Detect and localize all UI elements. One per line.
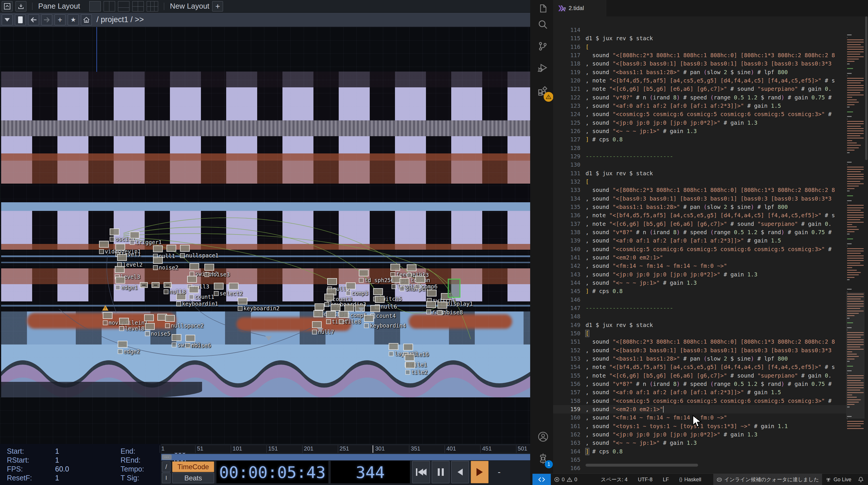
network-node-noise5[interactable]: noise5 xyxy=(145,323,170,337)
node-box[interactable] xyxy=(189,263,199,270)
network-node-edge2[interactable]: edge2 xyxy=(118,341,140,354)
code-line-158[interactable]: 158, sound "<cosmicg:5 cosmicg:6 cosmicg… xyxy=(553,397,846,405)
network-node[interactable] xyxy=(229,283,239,290)
code-line-121[interactable]: 121, note "<[c6,g6] [b5,g6] [e6,a6] [g6,… xyxy=(553,85,846,93)
network-node-tile8[interactable]: tile8 xyxy=(339,311,361,325)
code-line-123[interactable]: 123, sound "<af:0 af:1 af:2 [af:0 [af:1 … xyxy=(553,102,846,110)
node-box[interactable] xyxy=(407,264,416,271)
code-line-150[interactable]: 150[ xyxy=(553,329,846,338)
node-box[interactable] xyxy=(344,305,354,311)
network-node-noise6[interactable]: noise6 xyxy=(185,335,211,348)
horizontal-scrollbar[interactable] xyxy=(586,464,698,466)
node-box[interactable] xyxy=(117,254,127,261)
node-box[interactable] xyxy=(103,312,113,319)
code-line-127[interactable]: 127] # cps 0.8 xyxy=(553,135,846,144)
node-box[interactable] xyxy=(331,304,340,311)
timeline-ruler[interactable]: 151101151201251301351401451501 xyxy=(161,445,530,453)
back-button[interactable] xyxy=(28,15,39,25)
notifications-bell[interactable] xyxy=(855,474,868,485)
extensions-icon[interactable] xyxy=(537,86,548,96)
code-line-134[interactable]: 134, sound "<[bass0:3 bass0:1] [bass0:3 … xyxy=(553,195,846,203)
node-box[interactable] xyxy=(315,304,324,310)
network-node-noise3[interactable]: noise3 xyxy=(205,264,230,278)
network-node-keyboardin2[interactable]: keyboardin2 xyxy=(238,298,280,311)
code-line-115[interactable]: 115d1 $ jux rev $ stack xyxy=(553,34,846,42)
code-line-157[interactable]: 157, sound "<af:0 af:1 af:2 [af:0 [af:1 … xyxy=(553,388,846,397)
code-line-125[interactable]: 125, sound "<jp:0 jp:0 jp:0 [jp:0 jp:0*2… xyxy=(553,119,846,127)
code-line-130[interactable]: 130 xyxy=(553,161,846,169)
network-node-tile2[interactable]: tile2 xyxy=(405,362,427,375)
node-box[interactable] xyxy=(115,244,125,251)
timeline-range-bar[interactable]: ··· xyxy=(161,454,530,460)
node-box[interactable] xyxy=(118,341,127,348)
network-node[interactable] xyxy=(166,245,176,252)
network-node[interactable] xyxy=(448,279,460,298)
layout-preset-grid[interactable] xyxy=(147,1,158,11)
code-line-155[interactable]: 155, note "<[c6,g6] [b5,g6] [e6,a6] [g6,… xyxy=(553,371,846,379)
code-line-151[interactable]: 151 sound "<[808hc:2*3 808hc:1 808hc:1 8… xyxy=(553,338,846,346)
node-box[interactable] xyxy=(152,282,160,288)
code-line-147[interactable]: 147-------------------------- xyxy=(553,304,846,312)
code-line-133[interactable]: 133 sound "<[808hc:2*3 808hc:1 808hc:1 8… xyxy=(553,186,846,194)
display-toggle-button[interactable] xyxy=(15,15,26,25)
code-line-119[interactable]: 119, sound "<bass1:1 bass1:28>" # pan (s… xyxy=(553,68,846,77)
source-control-icon[interactable] xyxy=(537,41,548,52)
network-path-breadcrumb[interactable]: / project1 / >> xyxy=(96,15,144,24)
code-line-137[interactable]: 137, note "<[c6,g6] [b5,g6] [e6,a6] [g6,… xyxy=(553,220,846,228)
vertical-scrollbar[interactable] xyxy=(865,17,868,474)
network-node[interactable] xyxy=(313,310,323,317)
account-icon[interactable] xyxy=(537,431,549,443)
problems-status[interactable]: 0 0 xyxy=(551,474,580,485)
network-node-level2[interactable]: level2 xyxy=(117,254,143,268)
export-button[interactable] xyxy=(16,1,26,11)
node-box[interactable] xyxy=(238,298,247,305)
network-node-keyboardin4[interactable]: keyboardin4 xyxy=(364,315,406,329)
node-box[interactable] xyxy=(327,278,337,285)
network-node-keyboardin1[interactable]: keyboardin1 xyxy=(176,293,218,307)
param-value[interactable]: 1 xyxy=(55,456,121,464)
network-editor-canvas[interactable]: oscin1trigger1videodevin1level1level2lev… xyxy=(0,27,530,444)
dangling-wire-arrow[interactable] xyxy=(266,336,272,341)
code-line-128[interactable]: 128 xyxy=(553,144,846,152)
add-bookmark-button[interactable]: + xyxy=(55,15,65,25)
network-node-nullspace1[interactable]: nullspace1 xyxy=(180,245,218,259)
node-box[interactable] xyxy=(229,283,239,290)
layout-preset-hsplit[interactable] xyxy=(118,1,129,11)
node-box[interactable] xyxy=(448,279,460,298)
node-box[interactable] xyxy=(389,343,398,350)
node-box[interactable] xyxy=(172,334,181,341)
network-node[interactable] xyxy=(331,304,340,311)
language-mode-status[interactable]: {} Haskell xyxy=(676,474,704,485)
code-editor[interactable]: 114115d1 $ jux rev $ stack116[117 sound … xyxy=(553,17,846,474)
network-node[interactable] xyxy=(144,314,154,321)
code-line-116[interactable]: 116[ xyxy=(553,43,846,51)
minimap-slider[interactable] xyxy=(846,292,865,419)
code-line-159[interactable]: 159, sound "<em2:0 em2:1>" xyxy=(553,405,846,413)
run-debug-icon[interactable] xyxy=(537,63,548,74)
network-node-noise2[interactable]: noise2 xyxy=(153,257,179,270)
code-line-164[interactable]: 164] # cps 0.8 xyxy=(553,447,846,455)
dangling-wire-arrow[interactable] xyxy=(358,308,365,312)
node-box[interactable] xyxy=(185,335,195,342)
scrollbar-thumb[interactable] xyxy=(865,17,867,160)
encoding-status[interactable]: UTF-8 xyxy=(634,474,656,485)
network-node-null8[interactable]: null8 xyxy=(164,282,186,295)
node-box[interactable] xyxy=(166,245,176,252)
node-box[interactable] xyxy=(339,311,348,318)
code-line-122[interactable]: 122, sound "v*8?" # n (irand 8) # speed … xyxy=(553,93,846,102)
copilot-quota-notification[interactable]: インライン候補のクォータに達しました xyxy=(713,474,822,485)
units-frames-button[interactable]: / xyxy=(162,461,170,472)
code-line-124[interactable]: 124, sound "<cosmicg:5 cosmicg:6 cosmicg… xyxy=(553,110,846,118)
code-line-165[interactable]: 165 xyxy=(553,456,846,464)
code-line-163[interactable]: 163, sound "<~ ~ ~ jp:1>" # gain 1.3 xyxy=(553,439,846,447)
code-line-114[interactable]: 114 xyxy=(553,26,846,34)
node-box[interactable] xyxy=(153,246,163,252)
code-line-136[interactable]: 136, note "<[bf4,d5,f5,af5] [a4,cs5,e5,g… xyxy=(553,211,846,220)
code-line-117[interactable]: 117 sound "<[808hc:2*3 808hc:1 808hc:1 8… xyxy=(553,51,846,59)
code-line-140[interactable]: 140, sound "<cosmicg:5 cosmicg:6 cosmicg… xyxy=(553,245,846,253)
network-node-level8[interactable]: level8 xyxy=(119,318,145,332)
code-line-132[interactable]: 132[ xyxy=(553,177,846,186)
code-line-120[interactable]: 120, note "<[bf4,d5,f5,af5] [a4,cs5,e5,g… xyxy=(553,77,846,85)
node-box[interactable] xyxy=(115,266,125,273)
code-line-145[interactable]: 145] # cps 0.8 xyxy=(553,287,846,295)
